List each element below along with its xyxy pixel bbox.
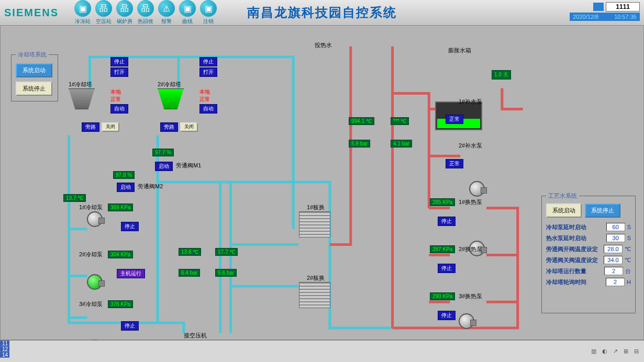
- nav-cooling-station[interactable]: ▣冷冻站: [74, 0, 91, 25]
- nav-logout[interactable]: ▣注销: [200, 0, 217, 25]
- setting-unit-3: ℃: [625, 257, 631, 263]
- setting-unit-5: H: [627, 279, 631, 285]
- setting-label-1: 热水泵延时启动: [546, 234, 586, 242]
- mid-t2: 17.7 ℃: [215, 248, 238, 256]
- coolpump1-kpa: 369 KPa: [108, 203, 133, 211]
- bypass1-btn[interactable]: 启动: [155, 162, 173, 171]
- heatpump2-kpa: 287 KPa: [430, 245, 455, 253]
- process-water-panel: 工艺水系统 系统启动 系统停止 冷却泵延时启动S热水泵延时启动S旁通阀开阀温度设…: [541, 196, 636, 313]
- hot-b2: 4.1 bar: [391, 140, 412, 148]
- nav-alarm[interactable]: ⚠报警: [158, 0, 175, 25]
- footer-icons: ▥ ◐ ↗ ⊞ ⊟: [591, 348, 641, 355]
- tower1-auto: 自动: [110, 104, 128, 114]
- coolpump1-label: 1#冷却泵: [79, 203, 103, 211]
- footer: 11 12 14 ▥ ◐ ↗ ⊞ ⊟: [0, 340, 644, 362]
- folder-icon: ▣: [179, 0, 196, 17]
- setting-input-5[interactable]: [606, 278, 625, 286]
- footer-row2: 12: [0, 346, 9, 352]
- tower2-bypass[interactable]: 旁路: [160, 122, 178, 132]
- mid-b1: 6.4 bar: [179, 269, 200, 277]
- supplypump1-label: 1#补水泵: [459, 98, 482, 106]
- tower2-fault: 本地: [199, 88, 217, 96]
- exchanger1-label: 1#板换: [307, 203, 325, 211]
- network-icon: 品: [137, 0, 154, 17]
- coolpump3-label: 3#冷却泵: [79, 300, 103, 308]
- heatpump1-state[interactable]: 停止: [438, 217, 456, 226]
- cooling-tower-panel: 冷却塔系统 系统启动 系统停止: [11, 54, 58, 101]
- nav-curve[interactable]: ▣曲线: [179, 0, 196, 25]
- exptank-days: 1.0 天: [492, 70, 511, 80]
- tower2-icon: [158, 88, 184, 109]
- user-id: 1111: [606, 2, 640, 12]
- hot-b1: 5.9 bar: [349, 140, 370, 148]
- setting-unit-4: 台: [625, 268, 631, 274]
- tower1-close[interactable]: 关闭: [102, 122, 119, 132]
- setting-label-5: 冷却塔轮询时间: [546, 278, 586, 286]
- setting-unit-1: S: [627, 235, 631, 241]
- tower1-fault: 本地: [110, 88, 128, 96]
- tower1-label: 1#冷却塔: [69, 81, 92, 88]
- tower2-mode: 正常: [199, 96, 217, 103]
- folder-icon: ▣: [74, 0, 91, 17]
- mid-b2: 5.6 bar: [215, 269, 237, 277]
- nav-air-compressor[interactable]: 品空压站: [95, 0, 112, 25]
- datetime: 2020/12/810:57:35: [570, 13, 640, 21]
- tower1-icon: [69, 88, 95, 109]
- tower2-close[interactable]: 关闭: [180, 122, 198, 132]
- nav-heat-recovery[interactable]: 品热回收: [137, 0, 154, 25]
- setting-input-2[interactable]: [604, 245, 623, 253]
- setting-input-0[interactable]: [606, 223, 625, 231]
- alarm-icon: ⚠: [158, 0, 175, 17]
- coolpump3-state[interactable]: 停止: [121, 321, 139, 331]
- page-title: 南昌龙旗科技园自控系统: [247, 4, 397, 21]
- heatpump1-label: 1#换热泵: [459, 198, 482, 206]
- coolpump1-state[interactable]: 停止: [121, 222, 139, 231]
- exchanger2-icon: [299, 282, 330, 308]
- setting-label-4: 冷却塔运行数量: [546, 267, 586, 275]
- folder-icon: ▣: [200, 0, 217, 17]
- heatpump2-state[interactable]: 停止: [438, 264, 456, 273]
- coolpump1-icon: [87, 211, 103, 227]
- setting-input-1[interactable]: [606, 234, 625, 242]
- system-start-button[interactable]: 系统启动: [16, 63, 52, 77]
- compressor-label: 接空压机: [184, 332, 207, 340]
- tower1-status1: 停止: [110, 57, 128, 66]
- heatpump3-label: 3#换热泵: [459, 292, 482, 300]
- bypass1-label: 旁通阀M1: [176, 162, 201, 169]
- footer-row3: 14: [0, 352, 9, 358]
- setting-input-3[interactable]: [604, 256, 623, 264]
- hot-t1: 994.1 ℃: [349, 117, 374, 125]
- tower2-status1: 停止: [199, 57, 217, 66]
- setting-label-2: 旁通阀开阀温度设定: [546, 245, 598, 253]
- setting-input-4[interactable]: [604, 267, 623, 275]
- system-stop-button[interactable]: 系统停止: [16, 82, 52, 96]
- nav-boiler[interactable]: 品锅炉房: [116, 0, 133, 25]
- panel-title: 冷却塔系统: [16, 51, 49, 59]
- hot-t2: *** ℃: [391, 117, 409, 125]
- heatpump3-state[interactable]: 停止: [438, 311, 456, 320]
- nav-icons: ▣冷冻站 品空压站 品锅炉房 品热回收 ⚠报警 ▣曲线 ▣注销: [74, 0, 217, 25]
- footer-row1: 11: [0, 341, 9, 346]
- bypass2-btn[interactable]: 启动: [117, 183, 135, 192]
- coolpump2-state[interactable]: 主机运行: [117, 269, 145, 278]
- heatpump1-kpa: 285 KPa: [430, 198, 455, 206]
- tower1-status2: 打开: [110, 67, 128, 77]
- supplypump2-state[interactable]: 正常: [446, 159, 463, 168]
- setting-label-0: 冷却泵延时启动: [546, 223, 586, 231]
- cool-temp-in: 13.7 ℃: [63, 194, 86, 202]
- tower1-bypass[interactable]: 旁路: [82, 122, 99, 132]
- mid-t1: 13.6 ℃: [179, 248, 201, 256]
- top-bar: SIEMENS ▣冷冻站 品空压站 品锅炉房 品热回收 ⚠报警 ▣曲线 ▣注销 …: [0, 0, 644, 25]
- supplypump1-state[interactable]: 正常: [446, 115, 463, 124]
- coolpump2-label: 2#冷却泵: [79, 251, 103, 258]
- network-icon: 品: [116, 0, 133, 17]
- setting-label-3: 旁通阀关阀温度设定: [546, 256, 598, 264]
- tower2-status2: 打开: [199, 67, 217, 77]
- proc-stop-button[interactable]: 系统停止: [585, 203, 620, 218]
- proc-start-button[interactable]: 系统启动: [546, 203, 582, 218]
- exchanger1-icon: [299, 211, 330, 237]
- bypass1-pct: 97.7 %: [152, 149, 174, 156]
- heatpump2-label: 2#换热泵: [459, 245, 482, 253]
- coolpump3-kpa: 376 KPa: [108, 300, 133, 308]
- bypass2-label: 旁通阀M2: [138, 183, 163, 190]
